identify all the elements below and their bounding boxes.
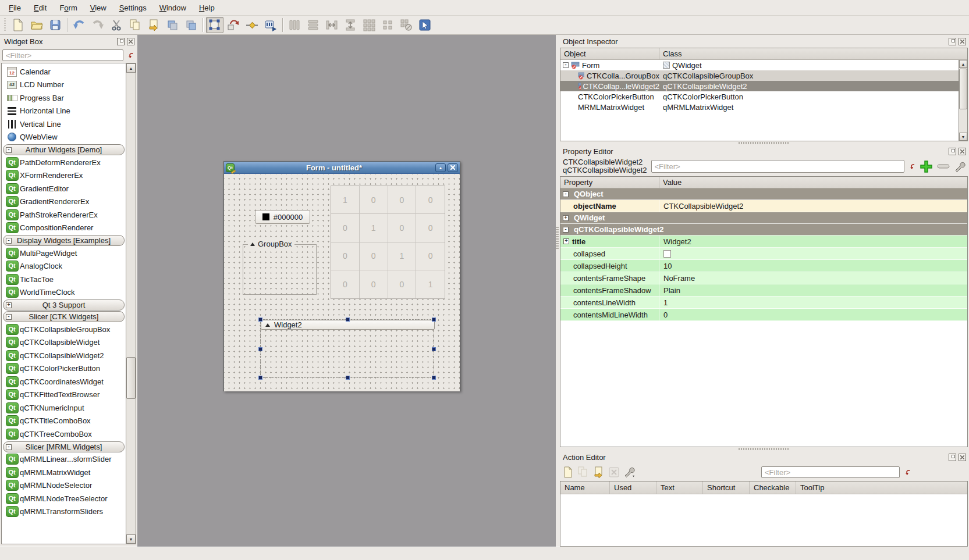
widget-box-item[interactable]: QtqMRMLLinear...sformSlider <box>2 453 125 466</box>
scroll-up-button[interactable]: ▲ <box>959 60 967 68</box>
paste-button[interactable] <box>145 17 162 33</box>
open-form-button[interactable] <box>28 17 45 33</box>
menu-edit[interactable]: Edit <box>27 2 53 14</box>
column-header-used[interactable]: Used <box>610 481 656 494</box>
layout-vertical-splitter-button[interactable] <box>342 17 359 33</box>
float-panel-button[interactable] <box>949 454 956 461</box>
minus-expander-icon[interactable]: - <box>563 62 569 68</box>
clear-filter-icon[interactable] <box>908 163 915 170</box>
widget-box-item[interactable]: QtqCTKColorPickerButton <box>2 362 125 376</box>
collapse-arrow-icon[interactable] <box>250 242 255 246</box>
minus-expander-icon[interactable]: - <box>6 314 12 320</box>
widget-box-item[interactable]: 42LCD Number <box>2 79 125 92</box>
property-row-contentslinewidth[interactable]: contentsLineWidth1 <box>560 297 967 309</box>
widget-box-section[interactable]: -Slicer [CTK Widgets] <box>3 311 125 322</box>
widget-box-item[interactable]: QtPathDeformRendererEx <box>2 156 125 169</box>
resize-handle[interactable] <box>258 318 262 322</box>
widget-box-item[interactable]: QtqCTKTreeComboBox <box>2 427 125 441</box>
widget-box-item[interactable]: QtGradientEditor <box>2 182 125 195</box>
minus-expander-icon[interactable]: - <box>563 191 569 197</box>
object-inspector-scrollbar[interactable]: ▲ ▼ <box>959 60 967 141</box>
column-header-class[interactable]: Class <box>659 49 967 58</box>
menu-form[interactable]: Form <box>53 2 83 14</box>
edit-signals-slots-button[interactable] <box>225 17 242 33</box>
widget-box-item[interactable]: QtqCTKTitleComboBox <box>2 415 125 428</box>
property-value[interactable]: CTKCollapsibleWidget2 <box>659 200 967 212</box>
delete-action-button[interactable] <box>609 467 619 477</box>
column-header-name[interactable]: Name <box>560 481 610 494</box>
undo-button[interactable] <box>70 17 88 33</box>
minus-expander-icon[interactable]: - <box>563 227 569 233</box>
property-value[interactable]: 10 <box>659 260 967 272</box>
property-group-qobject[interactable]: -QObject <box>560 188 967 200</box>
property-value[interactable]: Widget2 <box>659 236 967 247</box>
close-window-button[interactable] <box>448 163 458 172</box>
column-header-property[interactable]: Property <box>560 177 659 188</box>
widget-box-item[interactable]: QtAnalogClock <box>2 260 125 273</box>
menu-view[interactable]: View <box>84 2 113 14</box>
widget-box-item[interactable]: QtWorldTimeClock <box>2 286 125 299</box>
lower-widgets-button[interactable] <box>164 17 181 33</box>
property-group-qwidget[interactable]: +QWidget <box>560 212 967 224</box>
minus-expander-icon[interactable]: - <box>6 147 12 153</box>
widget-box-filter-input[interactable] <box>2 49 123 61</box>
layout-vertical-button[interactable] <box>304 17 322 33</box>
tree-row-colorpicker[interactable]: CTKColorPickerButton qCTKColorPickerButt… <box>560 91 959 102</box>
widget-box-item[interactable]: QtqCTKNumericInput <box>2 401 125 415</box>
close-panel-button[interactable] <box>959 38 966 45</box>
property-filter-input[interactable] <box>651 160 904 173</box>
configure-action-editor-button[interactable] <box>623 466 636 479</box>
collapsible-groupbox[interactable]: GroupBox <box>243 244 317 295</box>
widget-box-item[interactable]: QtqMRMLTransformSliders <box>2 505 125 519</box>
edit-widgets-button[interactable] <box>206 17 223 33</box>
widget-box-item[interactable]: 12Calendar <box>2 65 125 79</box>
column-header-shortcut[interactable]: Shortcut <box>703 481 750 494</box>
widget-box-item[interactable]: Progress Bar <box>2 91 125 105</box>
scroll-thumb[interactable] <box>126 357 136 399</box>
tree-row-matrixwidget[interactable]: MRMLMatrixWidget qMRMLMatrixWidget <box>560 102 959 112</box>
scroll-down-button[interactable]: ▼ <box>126 534 136 544</box>
resize-handle[interactable] <box>432 347 436 351</box>
widget-box-item[interactable]: QtGradientRendererEx <box>2 195 125 209</box>
paste-action-button[interactable] <box>593 466 605 479</box>
widget-box-item[interactable]: QtqCTKFittedTextBrowser <box>2 388 125 402</box>
property-row-contentsframeshadow[interactable]: contentsFrameShadowPlain <box>560 284 967 297</box>
widget-box-item[interactable]: Vertical Line <box>2 117 125 131</box>
color-picker-button[interactable]: #000000 <box>255 210 310 224</box>
close-panel-button[interactable] <box>127 38 134 45</box>
resize-handle[interactable] <box>258 347 262 351</box>
property-row-collapsed[interactable]: collapsed <box>560 248 967 260</box>
layout-horizontal-splitter-button[interactable] <box>323 17 340 33</box>
collapse-arrow-icon[interactable] <box>265 323 270 327</box>
tree-row-widget2-selected[interactable]: CTKCollap...leWidget2 qCTKCollapsibleWid… <box>560 81 959 91</box>
plus-expander-icon[interactable]: + <box>6 302 12 308</box>
widget-box-section[interactable]: -Arthur Widgets [Demo] <box>3 144 125 155</box>
float-panel-button[interactable] <box>949 148 956 155</box>
widget-box-item[interactable]: QtqMRMLNodeTreeSelector <box>2 492 125 505</box>
remove-dynamic-property-button[interactable] <box>937 163 950 169</box>
widget-box-item[interactable]: QWebView <box>2 131 125 144</box>
widget-box-section[interactable]: +Qt 3 Support <box>3 299 125 311</box>
resize-handle[interactable] <box>346 318 350 322</box>
toolbar-drag-handle[interactable] <box>3 18 7 32</box>
configure-property-editor-button[interactable] <box>954 160 966 172</box>
property-row-title[interactable]: +titleWidget2 <box>560 236 967 248</box>
edit-buddies-button[interactable] <box>243 17 261 33</box>
close-panel-button[interactable] <box>959 148 966 155</box>
scroll-thumb[interactable] <box>959 69 967 109</box>
menu-settings[interactable]: Settings <box>113 2 153 14</box>
widget-box-item[interactable]: QtqCTKCollapsibleWidget2 <box>2 349 125 362</box>
layout-grid-button[interactable] <box>360 17 378 33</box>
property-value[interactable]: 0 <box>659 309 967 320</box>
action-filter-input[interactable] <box>761 466 900 478</box>
widget-box-scrollbar[interactable]: ▲ ▼ <box>126 63 136 544</box>
raise-widgets-button[interactable] <box>182 17 200 33</box>
copy-button[interactable] <box>126 17 144 33</box>
form-body[interactable]: #000000 GroupBox 1000010000100001 Widget… <box>224 174 460 391</box>
widget-box-item[interactable]: QtPathStrokeRendererEx <box>2 208 125 222</box>
collapsible-widget2[interactable]: Widget2 <box>260 319 434 378</box>
clear-filter-icon[interactable] <box>904 469 911 476</box>
property-row-collapsedheight[interactable]: collapsedHeight10 <box>560 260 967 272</box>
property-value[interactable]: 1 <box>659 297 967 308</box>
break-layout-button[interactable] <box>397 17 415 33</box>
